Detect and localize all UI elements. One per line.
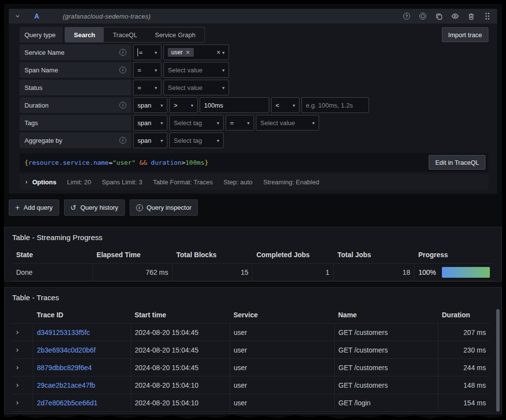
chevron-down-icon: ▾ bbox=[308, 120, 315, 126]
col-header-total-blocks[interactable]: Total Blocks bbox=[172, 248, 253, 264]
chip-remove-icon[interactable]: ✕ bbox=[185, 49, 190, 56]
duration-scope-select[interactable]: span ▾ bbox=[133, 97, 167, 113]
trace-id-link[interactable]: d3491253133f5fc bbox=[37, 329, 90, 336]
chevron-down-icon: ▾ bbox=[151, 67, 157, 73]
tags-scope-select[interactable]: span ▾ bbox=[133, 115, 167, 131]
vertical-scrollbar[interactable] bbox=[496, 309, 500, 412]
col-header-trace-id[interactable]: Trace ID bbox=[33, 308, 131, 324]
duration-min-input[interactable] bbox=[204, 102, 265, 109]
query-editor-card: A (grafanacloud-sedemo-traces) ? bbox=[9, 9, 497, 194]
trace-id-link[interactable]: 2d7e8062b5ce66d1 bbox=[37, 399, 98, 407]
cell-elapsed: 762 ms bbox=[92, 264, 172, 281]
expand-row-icon[interactable]: › bbox=[16, 345, 19, 354]
col-header-start-time[interactable]: Start time bbox=[131, 308, 230, 324]
aggregate-scope-select[interactable]: span ▾ bbox=[133, 133, 167, 148]
chevron-down-icon: ▾ bbox=[222, 50, 225, 55]
col-header-name[interactable]: Name bbox=[334, 308, 438, 324]
cell-name: GET /login bbox=[334, 394, 438, 412]
expand-row-icon[interactable]: › bbox=[16, 363, 19, 371]
table-row: › 2b3e6934c0d20b6f 2024-08-20 15:04:45 u… bbox=[12, 341, 490, 359]
info-icon[interactable]: i bbox=[119, 49, 126, 56]
cell-start-time: 2024-08-20 15:04:10 bbox=[131, 376, 230, 394]
info-circle-icon: i bbox=[136, 204, 143, 211]
query-inspector-button[interactable]: i Query inspector bbox=[130, 199, 198, 216]
service-name-value-select[interactable]: user ✕ ✕ ▾ bbox=[163, 44, 229, 60]
record-icon[interactable] bbox=[419, 12, 427, 20]
status-value-select[interactable]: Select value ▾ bbox=[163, 80, 229, 95]
tab-traceql[interactable]: TraceQL bbox=[104, 27, 146, 42]
col-header-progress[interactable]: Progress bbox=[414, 248, 494, 264]
duration-min-input-wrap bbox=[200, 97, 269, 113]
filter-row-duration: Duration i span ▾ > ▾ < ▾ bbox=[20, 97, 488, 113]
query-history-button[interactable]: ↺ Query history bbox=[64, 199, 125, 216]
filter-row-service-name: Service Name i = ▾ user ✕ ✕ ▾ bbox=[20, 44, 488, 60]
chevron-down-icon: ▾ bbox=[218, 85, 225, 90]
value-chip[interactable]: user ✕ bbox=[168, 48, 194, 57]
eye-icon[interactable] bbox=[451, 12, 459, 20]
trace-id-link[interactable]: 8879dbbc829f6e4 bbox=[37, 364, 92, 372]
table-row: Done 762 ms 15 1 18 100% bbox=[12, 264, 494, 281]
service-name-operator-select[interactable]: = ▾ bbox=[133, 44, 161, 60]
info-icon[interactable]: i bbox=[119, 66, 126, 73]
info-icon[interactable]: i bbox=[119, 137, 126, 144]
col-header-state[interactable]: State bbox=[12, 248, 92, 264]
edit-in-traceql-button[interactable]: Edit in TraceQL bbox=[429, 155, 485, 170]
span-name-label: Span Name bbox=[24, 66, 58, 74]
expand-row-icon[interactable]: › bbox=[16, 398, 19, 406]
tags-value-select[interactable]: Select value ▾ bbox=[256, 115, 319, 131]
duration-max-input[interactable] bbox=[306, 102, 365, 109]
cell-name: GET /customers bbox=[334, 359, 438, 376]
tags-tag-select[interactable]: Select tag ▾ bbox=[169, 115, 224, 131]
duration-max-input-wrap bbox=[301, 97, 369, 113]
filter-row-status: Status = ▾ Select value ▾ bbox=[20, 80, 488, 95]
col-header-total-jobs[interactable]: Total Jobs bbox=[333, 248, 414, 264]
cell-start-time: 2024-08-20 15:04:45 bbox=[131, 359, 230, 376]
query-header[interactable]: A (grafanacloud-sedemo-traces) ? bbox=[9, 9, 497, 23]
option-streaming: Streaming: Enabled bbox=[263, 178, 319, 186]
span-name-operator-select[interactable]: = ▾ bbox=[133, 62, 161, 78]
chevron-down-icon[interactable] bbox=[15, 13, 27, 19]
expand-row-icon[interactable]: › bbox=[16, 380, 19, 389]
trace-id-link[interactable]: 29cae2b21ace47fb bbox=[37, 381, 95, 389]
help-icon[interactable]: ? bbox=[403, 12, 411, 20]
chevron-down-icon: ▾ bbox=[187, 103, 193, 108]
traces-table: Trace ID Start time Service Name Duratio… bbox=[12, 308, 490, 412]
cell-name: GET /customers bbox=[334, 376, 438, 394]
clear-icon[interactable]: ✕ bbox=[216, 49, 221, 55]
col-header-service[interactable]: Service bbox=[230, 308, 334, 324]
filter-row-tags: Tags span ▾ Select tag ▾ = ▾ Select valu… bbox=[20, 115, 488, 131]
duration-lt-operator-select[interactable]: < ▾ bbox=[271, 97, 299, 113]
copy-icon[interactable] bbox=[435, 12, 443, 20]
option-spans-limit: Spans Limit: 3 bbox=[102, 178, 142, 186]
tab-search[interactable]: Search bbox=[65, 27, 104, 42]
filter-row-aggregate-by: Aggregate by i span ▾ Select tag ▾ bbox=[20, 133, 488, 148]
tags-operator-select[interactable]: = ▾ bbox=[226, 115, 254, 131]
col-header-completed-jobs[interactable]: Completed Jobs bbox=[253, 248, 333, 264]
info-icon[interactable]: i bbox=[119, 102, 126, 109]
col-header-duration[interactable]: Duration bbox=[438, 308, 490, 324]
import-trace-button[interactable]: Import trace bbox=[442, 27, 488, 42]
trash-icon[interactable] bbox=[467, 12, 475, 20]
options-row: › Options Limit: 20 Spans Limit: 3 Table… bbox=[20, 174, 488, 190]
col-header-elapsed-time[interactable]: Elapsed Time bbox=[92, 248, 172, 264]
cell-name: GET /customers bbox=[334, 341, 438, 359]
trace-id-link[interactable]: 2b3e6934c0d20b6f bbox=[37, 346, 96, 354]
add-query-button[interactable]: + Add query bbox=[9, 199, 59, 216]
duration-gt-operator-select[interactable]: > ▾ bbox=[169, 97, 198, 113]
chevron-down-icon: ▾ bbox=[157, 138, 163, 143]
options-toggle[interactable]: › Options bbox=[25, 178, 56, 186]
expand-row-icon[interactable]: › bbox=[16, 328, 19, 336]
query-editor-body: Query type Search TraceQL Service Graph … bbox=[9, 23, 497, 190]
cell-duration: 148 ms bbox=[438, 376, 490, 394]
chevron-down-icon: ▾ bbox=[243, 120, 250, 126]
history-icon: ↺ bbox=[70, 203, 77, 212]
aggregate-tag-select[interactable]: Select tag ▾ bbox=[169, 133, 224, 148]
option-limit: Limit: 20 bbox=[67, 178, 91, 186]
span-name-value-select[interactable]: Select value ▾ bbox=[163, 62, 229, 78]
drag-handle-icon[interactable] bbox=[483, 12, 491, 20]
status-operator-select[interactable]: = ▾ bbox=[133, 80, 161, 95]
traces-panel: Table - Traces Trace ID Start time Servi… bbox=[4, 287, 502, 414]
cell-service: user bbox=[230, 376, 334, 394]
cell-service: user bbox=[230, 324, 334, 341]
tab-service-graph[interactable]: Service Graph bbox=[146, 27, 204, 42]
